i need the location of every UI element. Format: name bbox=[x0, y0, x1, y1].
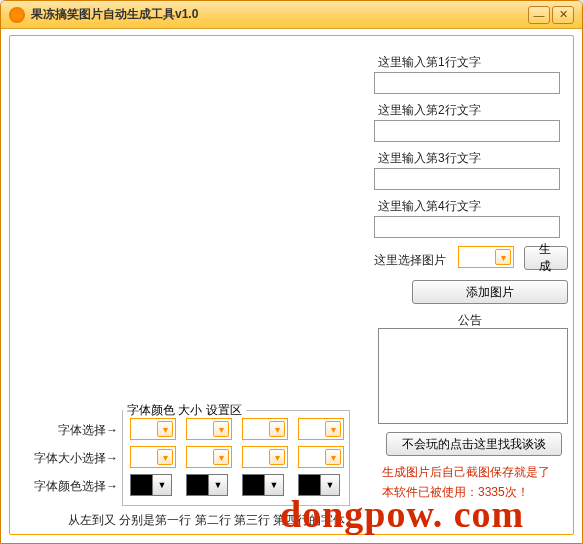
minimize-button[interactable]: — bbox=[528, 6, 550, 24]
font-color-label: 字体颜色选择→ bbox=[24, 478, 118, 495]
font-select-label: 字体选择→ bbox=[36, 422, 118, 439]
add-image-button[interactable]: 添加图片 bbox=[412, 280, 568, 304]
notice-title: 公告 bbox=[458, 312, 482, 329]
fontsize-combo-4[interactable]: ▾ bbox=[298, 446, 344, 468]
chevron-down-icon: ▾ bbox=[325, 421, 341, 437]
fontsize-combo-3[interactable]: ▾ bbox=[242, 446, 288, 468]
chevron-down-icon: ▼ bbox=[209, 475, 227, 495]
chevron-down-icon: ▾ bbox=[213, 421, 229, 437]
line2-label: 这里输入第2行文字 bbox=[378, 102, 481, 119]
close-button[interactable]: ✕ bbox=[552, 6, 574, 24]
chevron-down-icon: ▾ bbox=[495, 249, 511, 265]
fontcolor-picker-1[interactable]: ▼ bbox=[130, 474, 172, 496]
image-select-label: 这里选择图片 bbox=[374, 252, 446, 269]
color-swatch bbox=[243, 475, 265, 495]
font-size-label: 字体大小选择→ bbox=[24, 450, 118, 467]
line3-label: 这里输入第3行文字 bbox=[378, 150, 481, 167]
status-hint2-suffix: 次！ bbox=[505, 485, 529, 499]
generate-button[interactable]: 生成 bbox=[524, 246, 568, 270]
font-combo-2[interactable]: ▾ bbox=[186, 418, 232, 440]
font-combo-4[interactable]: ▾ bbox=[298, 418, 344, 440]
line1-input[interactable] bbox=[374, 72, 560, 94]
status-hint2: 本软件已被使用：3335次！ bbox=[382, 484, 529, 501]
fontcolor-picker-4[interactable]: ▼ bbox=[298, 474, 340, 496]
chevron-down-icon: ▾ bbox=[213, 449, 229, 465]
chevron-down-icon: ▾ bbox=[325, 449, 341, 465]
font-combo-1[interactable]: ▾ bbox=[130, 418, 176, 440]
fontsize-combo-1[interactable]: ▾ bbox=[130, 446, 176, 468]
color-swatch bbox=[299, 475, 321, 495]
font-combo-3[interactable]: ▾ bbox=[242, 418, 288, 440]
status-hint2-prefix: 本软件已被使用： bbox=[382, 485, 478, 499]
chevron-down-icon: ▼ bbox=[153, 475, 171, 495]
fontcolor-picker-2[interactable]: ▼ bbox=[186, 474, 228, 496]
chevron-down-icon: ▼ bbox=[321, 475, 339, 495]
color-swatch bbox=[131, 475, 153, 495]
status-hint2-count: 3335 bbox=[478, 485, 505, 499]
help-button[interactable]: 不会玩的点击这里找我谈谈 bbox=[386, 432, 562, 456]
font-footer-hint: 从左到又 分别是第一行 第二行 第三行 第四行的字体 bbox=[68, 512, 345, 529]
notice-box bbox=[378, 328, 568, 424]
chevron-down-icon: ▾ bbox=[157, 421, 173, 437]
chevron-down-icon: ▾ bbox=[269, 421, 285, 437]
fontcolor-picker-3[interactable]: ▼ bbox=[242, 474, 284, 496]
chevron-down-icon: ▼ bbox=[265, 475, 283, 495]
color-swatch bbox=[187, 475, 209, 495]
line4-label: 这里输入第4行文字 bbox=[378, 198, 481, 215]
status-hint1: 生成图片后自己截图保存就是了 bbox=[382, 464, 550, 481]
chevron-down-icon: ▾ bbox=[269, 449, 285, 465]
chevron-down-icon: ▾ bbox=[157, 449, 173, 465]
font-settings-legend: 字体颜色 大小 设置区 bbox=[123, 402, 246, 419]
client-area: 这里输入第1行文字 这里输入第2行文字 这里输入第3行文字 这里输入第4行文字 … bbox=[9, 35, 574, 535]
line4-input[interactable] bbox=[374, 216, 560, 238]
line1-label: 这里输入第1行文字 bbox=[378, 54, 481, 71]
app-window: 果冻搞笑图片自动生成工具v1.0 — ✕ 这里输入第1行文字 这里输入第2行文字… bbox=[0, 0, 583, 544]
titlebar: 果冻搞笑图片自动生成工具v1.0 — ✕ bbox=[1, 1, 582, 29]
line2-input[interactable] bbox=[374, 120, 560, 142]
fontsize-combo-2[interactable]: ▾ bbox=[186, 446, 232, 468]
image-select-combo[interactable]: ▾ bbox=[458, 246, 514, 268]
window-title: 果冻搞笑图片自动生成工具v1.0 bbox=[31, 6, 526, 23]
line3-input[interactable] bbox=[374, 168, 560, 190]
app-icon bbox=[9, 7, 25, 23]
